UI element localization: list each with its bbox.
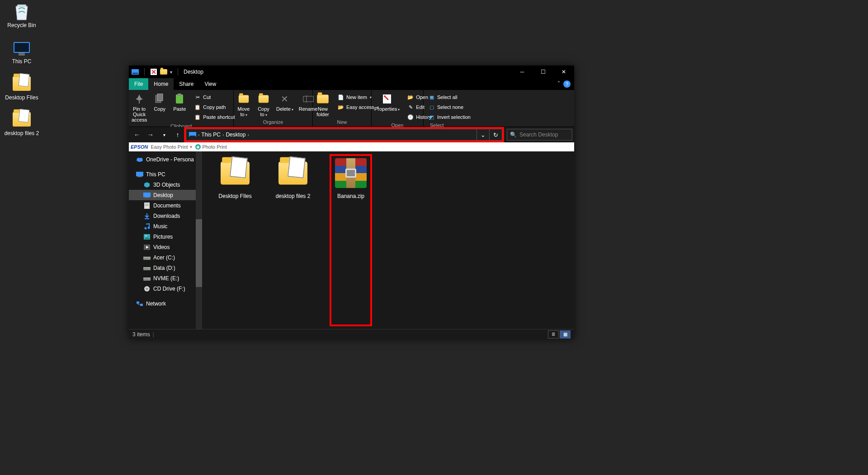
file-view[interactable]: Desktop FIlesdesktop files 2Banana.zip <box>202 151 574 329</box>
help-button[interactable]: ? <box>563 80 571 88</box>
svg-point-37 <box>149 268 150 269</box>
sidebar-item-cd-drive-f[interactable]: CD Drive (F:) <box>129 283 202 294</box>
delete-button[interactable]: ✕ Delete▾ <box>274 92 296 113</box>
file-explorer-window: ▾ Desktop ─ ☐ ✕ File Home Share View ˆ ?… <box>129 66 574 339</box>
large-icons-view-button[interactable]: ▦ <box>560 330 571 339</box>
folder-desktop-files-2[interactable]: desktop files 2 <box>268 156 318 325</box>
maximize-button[interactable]: ☐ <box>533 66 553 78</box>
copy-button[interactable]: Copy <box>150 92 170 113</box>
address-history-button[interactable]: ⌄ <box>477 129 490 141</box>
pc-icon <box>136 171 143 178</box>
epson-logo: EPSON <box>131 144 148 150</box>
refresh-button[interactable]: ↻ <box>490 129 502 141</box>
sidebar-item-network[interactable]: Network <box>129 298 202 309</box>
delete-icon: ✕ <box>278 93 292 105</box>
folder-icon <box>12 74 31 93</box>
paste-shortcut-button[interactable]: 📋Paste shortcut <box>191 113 237 122</box>
svg-point-40 <box>149 279 150 280</box>
search-input[interactable]: 🔍 Search Desktop <box>507 129 572 141</box>
sidebar-item-downloads[interactable]: Downloads <box>129 211 202 221</box>
copy-path-icon: 📋 <box>194 103 201 111</box>
minimize-button[interactable]: ─ <box>512 66 533 78</box>
desktop-icon-label: Desktop FIles <box>4 95 40 101</box>
desktop-icon-recycle-bin[interactable]: Recycle Bin <box>4 2 40 29</box>
invert-selection-button[interactable]: ◩Invert selection <box>425 113 473 122</box>
qat-new-folder-icon[interactable] <box>160 68 167 75</box>
svg-rect-0 <box>132 69 139 75</box>
epson-photo-print[interactable]: ◉Photo Print <box>195 144 226 150</box>
sidebar-item-music[interactable]: Music <box>129 221 202 231</box>
sidebar-item-onedrive-persona[interactable]: OneDrive - Persona <box>129 154 202 165</box>
desktop-icon-desktop-files[interactable]: Desktop FIles <box>4 74 40 101</box>
sidebar-item-label: Music <box>153 223 167 230</box>
status-bar: 3 items | ≣ ▦ <box>129 329 574 339</box>
details-view-button[interactable]: ≣ <box>548 330 559 339</box>
svg-rect-36 <box>143 267 151 268</box>
select-none-button[interactable]: ▢Select none <box>425 103 473 112</box>
sidebar-item-label: OneDrive - Persona <box>146 156 194 163</box>
folder-desktop-files[interactable]: Desktop FIles <box>210 156 260 325</box>
qat-properties-icon[interactable] <box>150 68 157 75</box>
copy-path-button[interactable]: 📋Copy path <box>191 103 237 112</box>
back-button[interactable]: ← <box>131 128 143 141</box>
sidebar-item-data-d[interactable]: Data (D:) <box>129 263 202 273</box>
desktop-icon-desktop-files-2[interactable]: desktop files 2 <box>4 110 40 137</box>
sidebar-item-acer-c[interactable]: Acer (C:) <box>129 252 202 263</box>
address-bar[interactable]: › This PC › Desktop › ⌄ ↻ <box>186 129 502 141</box>
window-title: Desktop <box>184 69 203 75</box>
cut-button[interactable]: ✂Cut <box>191 93 237 102</box>
navigation-bar: ← → ▾ ↑ › This PC › Desktop › ⌄ ↻ 🔍 Sear… <box>129 127 574 142</box>
up-button[interactable]: ↑ <box>171 128 184 141</box>
sidebar-item-label: Data (D:) <box>153 265 175 271</box>
breadcrumb-this-pc[interactable]: This PC <box>201 132 221 138</box>
new-folder-icon <box>316 93 330 105</box>
sidebar-item-videos[interactable]: Videos <box>129 242 202 252</box>
tab-view[interactable]: View <box>199 78 222 90</box>
desktop-icon-this-pc[interactable]: This PC <box>4 38 40 65</box>
down-icon <box>143 212 151 220</box>
svg-point-42 <box>146 288 148 289</box>
ribbon: Pin to Quick access Copy Paste ✂Cut 📋Cop… <box>129 90 574 127</box>
tab-share[interactable]: Share <box>174 78 199 90</box>
recent-locations-button[interactable]: ▾ <box>158 128 170 141</box>
forward-button[interactable]: → <box>144 128 157 141</box>
svg-point-15 <box>137 158 140 160</box>
sidebar-item-label: CD Drive (F:) <box>153 286 185 292</box>
sidebar-item-this-pc[interactable]: This PC <box>129 169 202 179</box>
svg-rect-1 <box>132 73 138 74</box>
select-all-button[interactable]: ▦Select all <box>425 93 473 102</box>
paste-button[interactable]: Paste <box>170 92 189 113</box>
easy-access-icon: 📂 <box>337 103 344 111</box>
copy-to-button[interactable]: Copy to▾ <box>254 92 274 118</box>
sidebar-item-3d-objects[interactable]: 3D Objects <box>129 179 202 190</box>
music-icon <box>143 223 151 230</box>
epson-easy-photo-print[interactable]: Easy Photo Print ▼ <box>151 144 193 150</box>
minimize-ribbon-button[interactable]: ˆ <box>558 81 560 87</box>
sidebar-item-documents[interactable]: Documents <box>129 200 202 211</box>
sidebar-item-label: 3D Objects <box>153 182 180 188</box>
svg-rect-20 <box>143 193 151 197</box>
close-button[interactable]: ✕ <box>553 66 574 78</box>
new-folder-button[interactable]: New folder <box>313 92 333 118</box>
breadcrumb-desktop[interactable]: Desktop <box>226 132 245 138</box>
tab-file[interactable]: File <box>129 78 148 90</box>
pin-icon <box>132 93 146 105</box>
svg-rect-24 <box>145 205 149 206</box>
paste-shortcut-icon: 📋 <box>194 113 201 121</box>
qat-customize-icon[interactable]: ▾ <box>170 70 172 75</box>
pin-to-quick-access-button[interactable]: Pin to Quick access <box>129 92 150 123</box>
epson-toolbar: EPSON Easy Photo Print ▼ ◉Photo Print <box>129 142 574 151</box>
file-banana-zip[interactable]: Banana.zip <box>326 156 376 325</box>
tab-home[interactable]: Home <box>148 78 174 90</box>
copy-icon <box>152 93 167 105</box>
properties-button[interactable]: Properties▾ <box>372 92 402 113</box>
sidebar-item-nvme-e[interactable]: NVME (E:) <box>129 273 202 283</box>
sidebar-item-desktop[interactable]: Desktop <box>129 190 202 200</box>
svg-rect-23 <box>145 204 149 204</box>
desktop-icon-label: This PC <box>4 59 40 65</box>
sidebar-scrollbar-thumb[interactable] <box>196 219 202 287</box>
svg-rect-33 <box>143 257 151 258</box>
sidebar-item-pictures[interactable]: Pictures <box>129 231 202 242</box>
move-to-button[interactable]: Move to▾ <box>234 92 254 118</box>
system-menu-icon[interactable] <box>132 68 139 75</box>
